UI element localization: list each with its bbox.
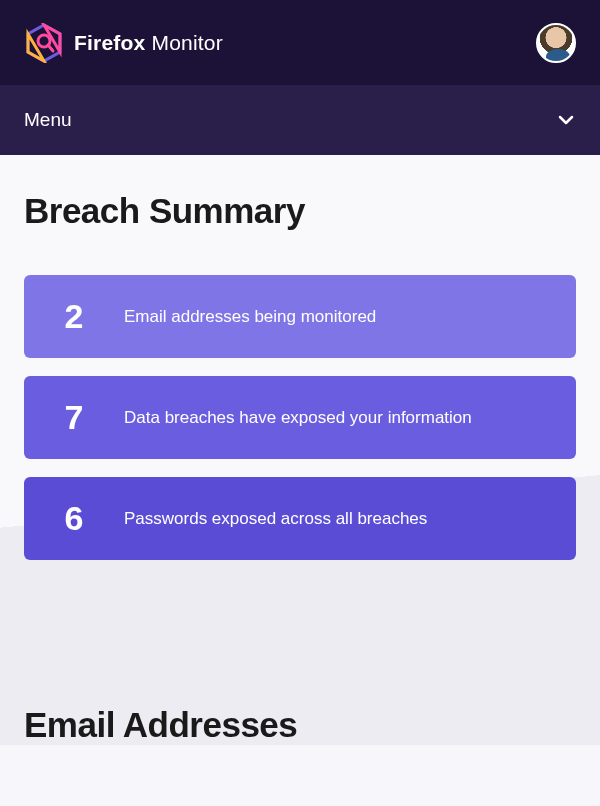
breach-summary-title: Breach Summary (24, 191, 576, 231)
summary-card-number: 2 (44, 297, 104, 336)
svg-line-4 (48, 45, 53, 51)
summary-card-monitored-emails[interactable]: 2 Email addresses being monitored (24, 275, 576, 358)
summary-card-label: Passwords exposed across all breaches (124, 509, 427, 529)
summary-card-number: 7 (44, 398, 104, 437)
summary-card-label: Email addresses being monitored (124, 307, 376, 327)
summary-card-data-breaches[interactable]: 7 Data breaches have exposed your inform… (24, 376, 576, 459)
main-content: Breach Summary 2 Email addresses being m… (0, 155, 600, 745)
firefox-monitor-logo-icon (24, 23, 64, 63)
brand[interactable]: Firefox Monitor (24, 23, 223, 63)
brand-name: Firefox Monitor (74, 31, 223, 55)
chevron-down-icon (556, 110, 576, 130)
summary-card-label: Data breaches have exposed your informat… (124, 408, 472, 428)
summary-card-number: 6 (44, 499, 104, 538)
menu-bar[interactable]: Menu (0, 85, 600, 155)
menu-label: Menu (24, 109, 72, 131)
user-avatar[interactable] (536, 23, 576, 63)
app-header: Firefox Monitor (0, 0, 600, 85)
email-addresses-title: Email Addresses (24, 705, 576, 745)
summary-card-passwords-exposed[interactable]: 6 Passwords exposed across all breaches (24, 477, 576, 560)
